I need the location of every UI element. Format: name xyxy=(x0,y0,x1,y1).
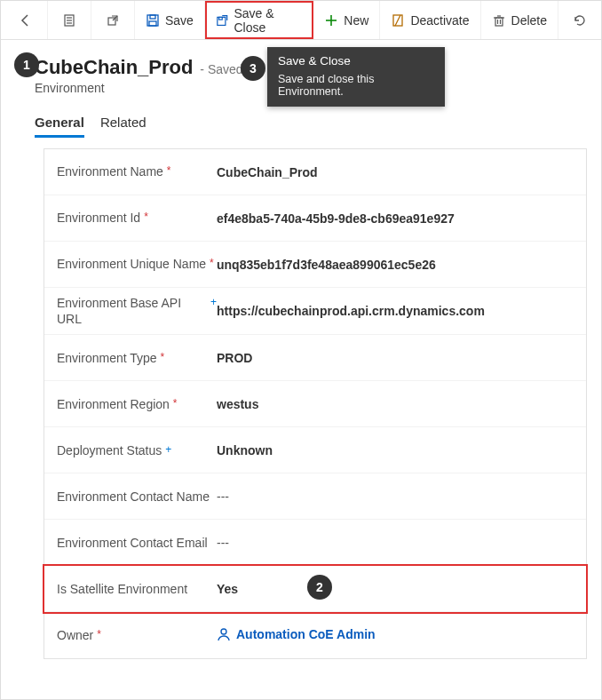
refresh-button[interactable] xyxy=(558,1,601,39)
svg-rect-6 xyxy=(150,15,155,19)
save-close-icon xyxy=(216,13,229,28)
back-button[interactable] xyxy=(4,1,48,39)
field-environment-name[interactable]: Environment Name* CubeChain_Prod xyxy=(44,149,586,195)
svg-point-19 xyxy=(221,629,226,634)
field-label: Owner xyxy=(57,627,93,643)
save-close-label: Save & Close xyxy=(234,6,302,35)
form-icon xyxy=(62,13,76,28)
callout-badge-1: 1 xyxy=(14,52,39,77)
field-value: --- xyxy=(217,489,574,504)
field-label: Environment Name xyxy=(57,163,163,179)
svg-rect-7 xyxy=(149,21,156,26)
field-value: --- xyxy=(217,536,574,550)
plus-icon xyxy=(324,13,338,28)
field-deployment-status[interactable]: Deployment Status+ Unknown xyxy=(44,427,586,473)
open-new-window-button[interactable] xyxy=(91,1,135,39)
field-label: Environment Contact Email xyxy=(57,535,208,551)
callout-badge-3: 3 xyxy=(241,56,265,81)
field-value: Unknown xyxy=(217,443,574,457)
required-mark: * xyxy=(210,257,214,269)
trash-icon xyxy=(492,13,506,28)
tab-general[interactable]: General xyxy=(35,115,84,138)
field-environment-unique-name[interactable]: Environment Unique Name* unq835eb1f7d3fe… xyxy=(44,242,586,288)
field-label: Is Satellite Environment xyxy=(57,581,187,597)
field-label: Environment Contact Name xyxy=(57,489,210,505)
required-mark: * xyxy=(144,211,148,223)
delete-button[interactable]: Delete xyxy=(481,1,558,39)
field-contact-name[interactable]: Environment Contact Name --- xyxy=(44,473,586,520)
deactivate-label: Deactivate xyxy=(410,13,469,28)
required-mark: * xyxy=(167,164,171,177)
field-label: Environment Base API URL xyxy=(57,295,207,327)
refresh-icon xyxy=(573,13,587,28)
field-value: Yes xyxy=(217,582,574,596)
toolbar: Save Save & Close New Deactivate Delete xyxy=(1,1,601,40)
new-button[interactable]: New xyxy=(313,1,380,39)
back-icon xyxy=(19,13,33,28)
recommended-mark: + xyxy=(210,296,217,308)
form-selector-button[interactable] xyxy=(48,1,91,39)
recommended-mark: + xyxy=(165,443,171,456)
svg-line-13 xyxy=(395,15,400,26)
field-label: Environment Region xyxy=(57,396,170,412)
required-mark: * xyxy=(97,628,101,640)
field-value: CubeChain_Prod xyxy=(217,165,574,179)
tooltip-title: Save & Close xyxy=(278,54,434,68)
field-environment-region[interactable]: Environment Region* westus xyxy=(44,381,586,427)
owner-link[interactable]: Automation CoE Admin xyxy=(217,627,376,641)
field-environment-id[interactable]: Environment Id* ef4e8ba5-740a-45b9-9de8-… xyxy=(44,195,586,242)
field-value: PROD xyxy=(217,351,574,365)
required-mark: * xyxy=(161,351,165,363)
delete-label: Delete xyxy=(511,13,547,28)
save-close-button[interactable]: Save & Close xyxy=(205,1,313,39)
field-contact-email[interactable]: Environment Contact Email --- xyxy=(44,520,586,566)
field-environment-base-api-url[interactable]: Environment Base API URL+ https://cubech… xyxy=(44,288,586,335)
deactivate-button[interactable]: Deactivate xyxy=(380,1,480,39)
owner-name: Automation CoE Admin xyxy=(236,627,376,641)
field-value: ef4e8ba5-740a-45b9-9de8-cb69ea91e927 xyxy=(217,211,574,226)
person-icon xyxy=(217,627,231,641)
svg-rect-14 xyxy=(495,18,503,26)
required-mark: * xyxy=(173,397,178,410)
field-label: Deployment Status xyxy=(57,442,162,458)
field-label: Environment Type xyxy=(57,350,157,366)
tooltip-body: Save and close this Environment. xyxy=(278,73,434,98)
save-icon xyxy=(146,13,160,28)
open-new-window-icon xyxy=(106,13,120,28)
page-title: CubeChain_Prod xyxy=(35,56,193,78)
field-label: Environment Id xyxy=(57,210,140,226)
field-environment-type[interactable]: Environment Type* PROD xyxy=(44,335,586,381)
tab-related[interactable]: Related xyxy=(100,115,147,138)
field-value: unq835eb1f7d3fe48aea899061ec5e26 xyxy=(217,258,574,272)
tabs: General Related xyxy=(35,115,585,138)
field-owner[interactable]: Owner* Automation CoE Admin xyxy=(44,612,586,658)
callout-badge-2: 2 xyxy=(307,575,332,600)
svg-rect-9 xyxy=(219,17,223,20)
save-status: - Saved xyxy=(200,62,242,76)
save-close-tooltip: Save & Close Save and close this Environ… xyxy=(267,47,445,107)
field-value: https://cubechainprod.api.crm.dynamics.c… xyxy=(217,304,574,318)
save-button[interactable]: Save xyxy=(135,1,205,39)
deactivate-icon xyxy=(391,13,405,28)
save-label: Save xyxy=(165,13,194,28)
field-label: Environment Unique Name xyxy=(57,256,206,272)
new-label: New xyxy=(344,13,368,28)
field-value: westus xyxy=(217,397,574,411)
